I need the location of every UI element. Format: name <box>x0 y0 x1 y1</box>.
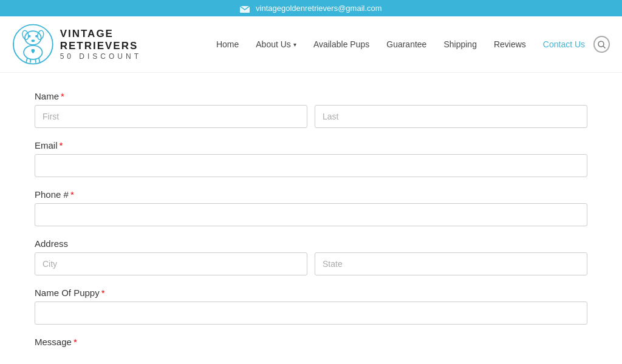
email-icon <box>240 5 250 12</box>
search-icon <box>598 41 606 49</box>
nav-home[interactable]: Home <box>208 35 247 54</box>
svg-point-6 <box>35 35 38 38</box>
name-label: Name* <box>35 91 587 101</box>
top-bar: vintagegoldenretrievers@gmail.com <box>0 0 622 16</box>
address-group: Address <box>35 238 587 275</box>
puppy-name-input[interactable] <box>35 302 587 325</box>
last-name-input[interactable] <box>315 105 587 128</box>
address-label: Address <box>35 238 587 249</box>
svg-point-5 <box>29 35 31 38</box>
search-button[interactable] <box>593 36 610 53</box>
main-nav: Home About Us Available Pups Guarantee S… <box>208 35 593 54</box>
nav-shipping[interactable]: Shipping <box>435 35 485 54</box>
svg-point-13 <box>598 41 604 47</box>
first-name-input[interactable] <box>35 105 307 128</box>
puppy-group: Name Of Puppy* <box>35 288 587 325</box>
message-group: Message* <box>35 337 587 347</box>
nav-available-pups[interactable]: Available Pups <box>305 35 378 54</box>
logo-text: VINTAGE RETRIEVERS 50 DISCOUNT <box>60 28 190 61</box>
puppy-label: Name Of Puppy* <box>35 288 587 298</box>
svg-point-2 <box>25 31 41 45</box>
state-input[interactable] <box>315 252 587 275</box>
svg-line-14 <box>603 46 606 49</box>
top-bar-email: vintagegoldenretrievers@gmail.com <box>256 4 382 13</box>
address-row <box>35 252 587 275</box>
svg-line-10 <box>30 59 31 63</box>
email-group: Email* <box>35 140 587 177</box>
city-input[interactable] <box>35 252 307 275</box>
phone-label: Phone #* <box>35 189 587 200</box>
nav-contact-us[interactable]: Contact Us <box>535 35 593 54</box>
brand-sub: 50 DISCOUNT <box>60 52 190 61</box>
svg-line-12 <box>39 58 40 63</box>
header: VINTAGE RETRIEVERS 50 DISCOUNT Home Abou… <box>0 16 622 73</box>
svg-line-9 <box>26 58 27 63</box>
nav-reviews[interactable]: Reviews <box>485 35 535 54</box>
main-content: Name* Email* Phone #* Address Name Of Pu… <box>22 91 600 347</box>
email-label: Email* <box>35 140 587 150</box>
brand-name: VINTAGE RETRIEVERS <box>60 28 190 52</box>
nav-guarantee[interactable]: Guarantee <box>378 35 435 54</box>
phone-group: Phone #* <box>35 189 587 226</box>
name-row <box>35 105 587 128</box>
svg-point-7 <box>31 39 35 42</box>
svg-line-11 <box>35 59 36 63</box>
phone-input[interactable] <box>35 203 587 226</box>
logo-area: VINTAGE RETRIEVERS 50 DISCOUNT <box>12 22 190 66</box>
message-label: Message* <box>35 337 587 347</box>
name-group: Name* <box>35 91 587 128</box>
email-input[interactable] <box>35 154 587 177</box>
logo-icon <box>12 22 54 66</box>
nav-about-us[interactable]: About Us <box>247 35 305 54</box>
